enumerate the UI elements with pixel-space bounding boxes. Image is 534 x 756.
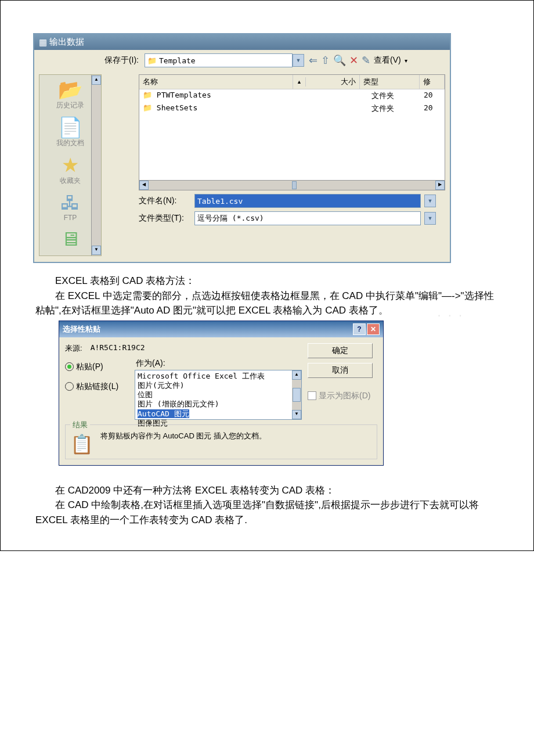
sidebar-label: 历史记录 — [56, 101, 84, 109]
result-text: 将剪贴板内容作为 AutoCAD 图元 插入您的文档。 — [100, 431, 266, 441]
file-list[interactable]: 名称 ▲ 大小 类型 修 📁 PTWTemplates 文件夹 20 📁 She… — [139, 74, 445, 190]
list-item[interactable]: Microsoft Office Excel 工作表 — [138, 372, 290, 381]
show-as-icon-checkbox: 显示为图标(D) — [308, 391, 377, 401]
item-type: 文件夹 — [371, 103, 424, 114]
app-icon: ▦ — [39, 37, 47, 48]
clipboard-icon: 📋 — [70, 433, 93, 455]
sort-icon[interactable]: ▲ — [293, 77, 306, 87]
dialog-title: 选择性粘贴 — [63, 324, 100, 334]
radio-on-icon — [65, 362, 74, 371]
scroll-thumb[interactable] — [292, 181, 297, 189]
source-label: 来源: — [65, 343, 82, 354]
view-dropdown-icon[interactable]: ▾ — [405, 57, 407, 64]
dialog-titlebar: ▦ 输出数据 — [34, 34, 450, 50]
radio-off-icon — [65, 382, 74, 391]
paragraph: 在 CAD 中绘制表格,在对话框里插入选项里选择"自数据链接",后根据提示一步步… — [35, 498, 499, 527]
sidebar-label: FTP — [64, 214, 77, 222]
up-icon[interactable]: ⇧ — [321, 54, 330, 67]
new-icon[interactable]: ✎ — [362, 54, 370, 67]
back-icon[interactable]: ⇐ — [309, 54, 317, 67]
filename-dropdown-icon[interactable]: ▼ — [424, 195, 436, 207]
combo-dropdown-icon[interactable]: ▼ — [293, 54, 304, 67]
filetype-label: 文件类型(T): — [139, 213, 191, 224]
item-name: PTWTemplates — [157, 91, 211, 99]
filename-label: 文件名(N): — [139, 196, 191, 206]
save-in-label: 保存于(I): — [34, 55, 145, 66]
paste-special-dialog: 选择性粘贴 ? ✕ 来源: A!R5C1:R19C2 粘贴(P) 粘贴链接(L)… — [59, 321, 384, 466]
col-name[interactable]: 名称 — [139, 75, 293, 89]
cancel-button[interactable]: 取消 — [308, 363, 373, 378]
list-item[interactable]: 📁 PTWTemplates 文件夹 20 — [139, 89, 445, 102]
export-data-dialog: ▦ 输出数据 保存于(I): 📁 Template ▼ ⇐ ⇧ 🔍 ✕ ✎ 查看… — [33, 33, 451, 263]
places-sidebar: ▲ ▼ 📂历史记录 📄我的文档 ★收藏夹 🖧FTP 🖥 — [39, 74, 102, 256]
list-header: 名称 ▲ 大小 类型 修 — [139, 75, 445, 89]
delete-icon[interactable]: ✕ — [349, 54, 358, 67]
list-item[interactable]: 📁 SheetSets 文件夹 20 — [139, 102, 445, 115]
scroll-left-icon[interactable]: ◀ — [139, 181, 149, 190]
source-value: A!R5C1:R19C2 — [91, 343, 145, 352]
sidebar-label: 我的文档 — [56, 139, 84, 147]
save-in-value: Template — [159, 56, 196, 65]
help-button[interactable]: ? — [353, 323, 366, 335]
checkbox-icon — [308, 391, 316, 400]
body-text-2: 在 CAD2009 中还有一种方法将 EXCEL 表格转变为 CAD 表格： 在… — [35, 483, 499, 528]
item-mod: 20 — [424, 91, 441, 101]
item-type: 文件夹 — [371, 91, 424, 101]
list-item[interactable]: 图片 (增嵌的图元文件) — [138, 399, 290, 409]
folder-icon: 📁 — [143, 103, 152, 112]
radio-paste-link[interactable]: 粘贴链接(L) — [65, 381, 129, 392]
dialog-titlebar: 选择性粘贴 ? ✕ — [59, 321, 383, 337]
paragraph: 在 CAD2009 中还有一种方法将 EXCEL 表格转变为 CAD 表格： — [35, 483, 499, 498]
result-group: 结果 📋 将剪贴板内容作为 AutoCAD 图元 插入您的文档。 — [65, 424, 377, 459]
scroll-up-icon[interactable]: ▲ — [92, 75, 101, 85]
ok-button[interactable]: 确定 — [308, 343, 373, 358]
sidebar-label: 收藏夹 — [60, 177, 81, 185]
listbox-scrollbar[interactable]: ▲ ▼ — [292, 370, 301, 419]
list-item-selected[interactable]: AutoCAD 图元 — [138, 409, 290, 419]
format-listbox[interactable]: Microsoft Office Excel 工作表 图片(元文件) 位图 图片… — [135, 370, 302, 420]
folder-icon: 📁 — [143, 91, 152, 99]
dialog-title: 输出数据 — [49, 37, 84, 48]
filetype-dropdown-icon[interactable]: ▼ — [424, 212, 436, 225]
col-type[interactable]: 类型 — [360, 75, 420, 89]
paragraph: 在 EXCEL 中选定需要的部分，点选边框按钮使表格边框显黑，在 CAD 中执行… — [35, 289, 499, 318]
search-icon[interactable]: 🔍 — [333, 54, 346, 67]
horizontal-scrollbar[interactable]: ◀ ▶ — [139, 180, 445, 190]
filename-input[interactable]: Table1.csv — [194, 194, 421, 208]
radio-paste[interactable]: 粘贴(P) — [65, 362, 129, 372]
filetype-combo[interactable]: 逗号分隔 (*.csv) — [194, 211, 421, 225]
list-item[interactable]: 图片(元文件) — [138, 381, 290, 390]
scroll-thumb[interactable] — [293, 388, 301, 402]
close-button[interactable]: ✕ — [367, 323, 380, 335]
as-label: 作为(A): — [136, 358, 302, 369]
scroll-right-icon[interactable]: ▶ — [435, 181, 445, 190]
scroll-down-icon[interactable]: ▼ — [292, 410, 301, 419]
col-modified[interactable]: 修 — [420, 75, 445, 89]
view-label[interactable]: 查看(V) — [374, 55, 401, 66]
heading-line: EXCEL 表格到 CAD 表格方法： — [35, 273, 499, 289]
scroll-up-icon[interactable]: ▲ — [292, 370, 301, 380]
item-name: SheetSets — [157, 103, 197, 112]
result-legend: 结果 — [70, 420, 90, 430]
scroll-down-icon[interactable]: ▼ — [92, 246, 101, 255]
col-size[interactable]: 大小 — [306, 75, 360, 89]
body-text-1: EXCEL 表格到 CAD 表格方法： 在 EXCEL 中选定需要的部分，点选边… — [35, 273, 499, 318]
item-mod: 20 — [424, 103, 441, 114]
sidebar-scrollbar[interactable]: ▲ ▼ — [91, 75, 101, 255]
list-item[interactable]: 位图 — [138, 390, 290, 399]
folder-icon: 📁 — [147, 56, 157, 65]
save-in-combo[interactable]: 📁 Template — [145, 53, 293, 67]
